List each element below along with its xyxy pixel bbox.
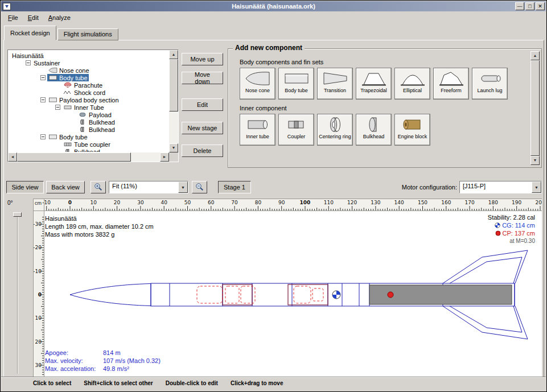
freeform-button[interactable]: Freeform (433, 68, 469, 100)
tree-item-label: Bulkhead (89, 119, 115, 126)
svg-text:-10: -10 (34, 269, 42, 274)
scrollbar-thumb[interactable] (530, 60, 540, 156)
bulkhead-icon (78, 119, 87, 125)
minimize-button[interactable]: — (515, 2, 524, 10)
maximize-button[interactable]: □ (525, 2, 534, 10)
tree-item-label: Inner Tube (74, 104, 104, 111)
close-button[interactable]: ✕ (536, 2, 545, 10)
scroll-down-icon[interactable] (530, 156, 540, 165)
scroll-down-icon[interactable] (169, 143, 178, 152)
elliptical-button[interactable]: Elliptical (394, 68, 430, 100)
scrollbar-thumb[interactable] (169, 59, 178, 112)
delete-button[interactable]: Delete (182, 145, 223, 157)
tree-item[interactable]: Haisunäätä (9, 52, 168, 59)
nose-cone-button[interactable]: Nose cone (240, 68, 275, 100)
zoom-in-button[interactable] (91, 181, 106, 193)
cp-line: CP: 137 cm (488, 229, 535, 237)
transition-button[interactable]: Transition (317, 68, 353, 100)
tree-horizontal-scrollbar[interactable] (8, 152, 169, 162)
hint-shift-click-to-select-other: Shift+click to select other (84, 380, 153, 386)
component-button-label: Coupler (287, 134, 306, 139)
rotation-slider-track[interactable] (17, 212, 18, 374)
expander-icon[interactable] (40, 97, 46, 102)
expander-icon[interactable] (55, 105, 60, 110)
svg-text:20: 20 (114, 200, 121, 205)
titlebar: Haisunäätä (haisunaata.ork) —□✕ (1, 1, 546, 11)
max-velocity-value: 107 m/s (Mach 0.32) (103, 357, 161, 365)
motor-configuration-select[interactable]: [J115-P] (459, 181, 542, 193)
chevron-down-icon[interactable] (532, 181, 541, 193)
move-down-button[interactable]: Move down (182, 72, 223, 84)
rotation-slider-handle[interactable] (13, 212, 22, 217)
scroll-left-icon[interactable] (8, 152, 17, 162)
tab-flight-simulations[interactable]: Flight simulations (57, 28, 118, 40)
tree-item[interactable]: Shock cord (9, 89, 168, 96)
coupler-button[interactable]: Coupler (278, 114, 314, 146)
scroll-up-icon[interactable] (169, 50, 178, 59)
component-button-label: Inner tube (246, 134, 269, 139)
engine-block-button[interactable]: Engine block (394, 114, 430, 146)
scrollbar-thumb[interactable] (17, 152, 131, 162)
bulkhead-button[interactable]: Bulkhead (356, 114, 392, 146)
tree-item[interactable]: Body tube (9, 74, 168, 81)
menubar: FileEditAnalyze (1, 11, 546, 23)
back-view-button[interactable]: Back view (46, 181, 85, 193)
zoom-level-select[interactable]: Fit (11%) (109, 181, 188, 193)
inner-tube-icon (245, 116, 271, 133)
tree-item[interactable]: Bulkhead (9, 148, 168, 152)
new-stage-button[interactable]: New stage (182, 122, 223, 134)
svg-text:0: 0 (68, 200, 72, 205)
max-acceleration-value: 49.8 m/s² (103, 365, 129, 373)
launch-lug-icon (477, 70, 503, 87)
trapezoidal-button[interactable]: Trapezoidal (356, 68, 392, 100)
tree-item[interactable]: Tube coupler (9, 141, 168, 148)
tree-item[interactable]: Nose cone (9, 67, 168, 74)
edit-button[interactable]: Edit (182, 98, 223, 111)
parachute-shape[interactable] (197, 286, 223, 303)
side-view-button[interactable]: Side view (6, 181, 44, 193)
tree-item[interactable]: Inner Tube (9, 104, 168, 111)
tree-item[interactable]: Payload (9, 111, 168, 118)
body-tube-button[interactable]: Body tube (278, 68, 314, 100)
chevron-down-icon[interactable] (178, 181, 188, 193)
component-button-label: Centering ring (319, 134, 351, 139)
menu-analyze[interactable]: Analyze (48, 14, 71, 21)
tree-item[interactable]: Body tube (9, 133, 168, 141)
stage-1-toggle[interactable]: Stage 1 (218, 181, 251, 193)
tab-rocket-design[interactable]: Rocket design (4, 26, 56, 40)
zoom-out-button[interactable] (192, 181, 207, 193)
tree-item[interactable]: Bulkhead (9, 126, 168, 133)
tree-vertical-scrollbar[interactable] (169, 50, 178, 152)
add-component-title: Add new component (233, 44, 305, 52)
rotation-value: 0° (7, 200, 13, 206)
scroll-up-icon[interactable] (530, 51, 540, 60)
tree-view[interactable]: HaisunäätäSustainerNose coneBody tubePar… (9, 51, 168, 152)
component-button-row: Inner tubeCouplerCentering ringBulkheadE… (240, 114, 528, 146)
expander-icon[interactable] (40, 134, 46, 139)
launch-lug-button[interactable]: Launch lug (472, 68, 508, 100)
hint-bar: Click to selectShift+click to select oth… (1, 378, 546, 388)
component-button-row: Nose coneBody tubeTransitionTrapezoidalE… (240, 68, 528, 100)
nose-cone-shape[interactable] (70, 284, 151, 306)
move-up-button[interactable]: Move up (182, 53, 223, 65)
expander-icon[interactable] (26, 60, 31, 65)
centering-ring-button[interactable]: Centering ring (317, 114, 353, 146)
menu-file[interactable]: File (8, 14, 18, 21)
tree-item[interactable]: Parachute (9, 81, 168, 89)
coupler-section-shape[interactable] (288, 284, 328, 305)
scroll-right-icon[interactable] (160, 152, 169, 162)
inner-tube-button[interactable]: Inner tube (240, 114, 275, 146)
rocket-drawing[interactable] (70, 250, 528, 339)
component-vertical-scrollbar[interactable] (530, 51, 540, 165)
tree-item[interactable]: Bulkhead (9, 118, 168, 126)
payload-section-shape[interactable] (223, 284, 252, 305)
tree-item[interactable]: Payload body section (9, 96, 168, 104)
app-icon[interactable] (3, 3, 11, 10)
svg-text:130: 130 (371, 200, 380, 205)
svg-text:140: 140 (394, 200, 404, 205)
tree-item[interactable]: Sustainer (9, 59, 168, 67)
max-velocity-label: Max. velocity: (45, 357, 103, 365)
expander-icon[interactable] (40, 75, 46, 80)
svg-text:190: 190 (512, 200, 521, 205)
menu-edit[interactable]: Edit (28, 14, 39, 21)
